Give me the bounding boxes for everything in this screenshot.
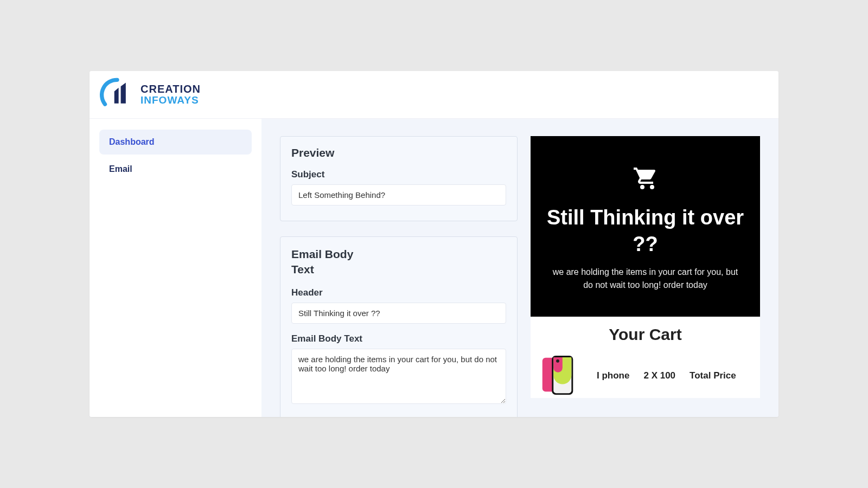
cart-cells: I phone 2 X 100 Total Price	[597, 370, 736, 381]
email-cart-section: Your Cart	[531, 317, 760, 398]
sidebar-item-email[interactable]: Email	[99, 157, 252, 182]
brand-line1: CREATION	[141, 84, 201, 95]
email-body-title-l2: Text	[291, 262, 506, 277]
subject-input[interactable]	[291, 184, 506, 206]
header-label: Header	[291, 287, 506, 298]
main-content: Preview Subject Email Body Text Header E…	[261, 119, 778, 417]
email-hero-subtitle: we are holding the items in your cart fo…	[548, 266, 743, 292]
brand-text: CREATION INFOWAYS	[141, 84, 201, 106]
preview-panel-title: Preview	[291, 146, 506, 159]
email-hero: Still Thinking it over ?? we are holding…	[531, 136, 760, 317]
sidebar-item-dashboard[interactable]: Dashboard	[99, 130, 252, 155]
brand-line2: INFOWAYS	[141, 95, 201, 106]
app-frame: CREATION INFOWAYS Dashboard Email Previe…	[90, 71, 778, 417]
email-preview-column: Still Thinking it over ?? we are holding…	[531, 136, 760, 417]
topbar: CREATION INFOWAYS	[90, 71, 778, 119]
body-text-input[interactable]	[291, 349, 506, 404]
form-column: Preview Subject Email Body Text Header E…	[280, 136, 518, 417]
cart-item-name: I phone	[597, 370, 629, 381]
cart-item-total-label: Total Price	[690, 370, 736, 381]
email-hero-title: Still Thinking it over ??	[542, 204, 748, 258]
email-body-title-l1: Email Body	[291, 247, 506, 262]
sidebar: Dashboard Email	[90, 119, 261, 417]
subject-label: Subject	[291, 169, 506, 180]
cart-row: I phone 2 X 100 Total Price	[536, 354, 755, 398]
cart-icon	[542, 165, 748, 191]
preview-panel: Preview Subject	[280, 136, 518, 221]
body-row: Dashboard Email Preview Subject Email Bo…	[90, 119, 778, 417]
svg-point-5	[556, 359, 559, 363]
svg-point-0	[640, 185, 644, 189]
email-body-panel: Email Body Text Header Email Body Text	[280, 236, 518, 417]
svg-point-1	[650, 185, 654, 189]
email-body-panel-title: Email Body Text	[291, 247, 506, 278]
brand-mark-icon	[99, 77, 135, 113]
cart-item-qty-price: 2 X 100	[643, 370, 675, 381]
product-image	[536, 354, 580, 398]
email-cart-title: Your Cart	[536, 325, 755, 344]
body-text-label: Email Body Text	[291, 333, 506, 344]
brand-logo: CREATION INFOWAYS	[99, 77, 201, 113]
header-input[interactable]	[291, 303, 506, 324]
